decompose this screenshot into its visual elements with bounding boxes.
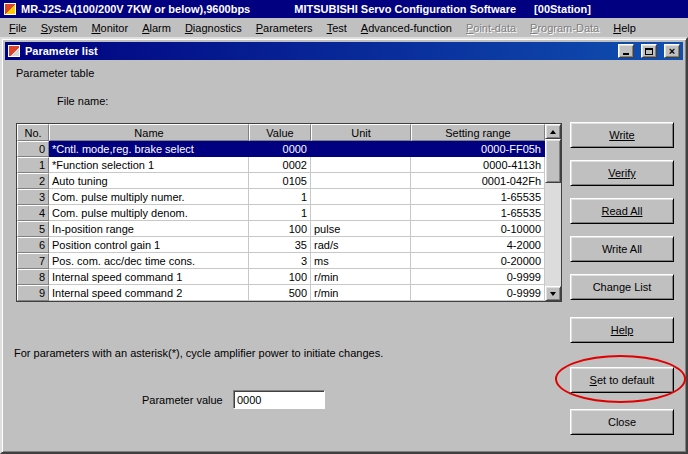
table-row[interactable]: 8Internal speed command 1100r/min0-9999 bbox=[17, 269, 545, 285]
cell-unit[interactable] bbox=[311, 189, 411, 205]
cell-range[interactable]: 0-9999 bbox=[411, 269, 545, 285]
cell-value[interactable]: 100 bbox=[249, 221, 311, 237]
cell-name[interactable]: Internal speed command 1 bbox=[49, 269, 249, 285]
table-row[interactable]: 4Com. pulse multiply denom.11-65535 bbox=[17, 205, 545, 221]
read-all-button[interactable]: Read All bbox=[570, 198, 674, 224]
cell-value[interactable]: 0105 bbox=[249, 173, 311, 189]
cell-range[interactable]: 0-20000 bbox=[411, 253, 545, 269]
column-header-value: Value bbox=[249, 124, 311, 141]
cell-range[interactable]: 0000-FF05h bbox=[411, 141, 545, 157]
close-icon: × bbox=[669, 46, 675, 56]
cell-name[interactable]: Com. pulse multiply denom. bbox=[49, 205, 249, 221]
parameter-value-input[interactable] bbox=[233, 390, 325, 409]
table-row[interactable]: 9Internal speed command 2500r/min0-9999 bbox=[17, 285, 545, 301]
minimize-button[interactable] bbox=[618, 44, 634, 58]
change-list-button[interactable]: Change List bbox=[570, 274, 674, 300]
cell-value[interactable]: 1 bbox=[249, 205, 311, 221]
cell-no: 7 bbox=[17, 253, 49, 269]
action-buttons: WriteVerifyRead AllWrite AllChange ListH… bbox=[570, 122, 674, 435]
table-row[interactable]: 2Auto tuning01050001-042Fh bbox=[17, 173, 545, 189]
close-window-button[interactable]: × bbox=[664, 44, 680, 58]
table-row[interactable]: 1*Function selection 100020000-4113h bbox=[17, 157, 545, 173]
menu-item-system[interactable]: System bbox=[34, 20, 85, 36]
cell-no: 5 bbox=[17, 221, 49, 237]
column-header-no: No. bbox=[17, 124, 49, 141]
table-row[interactable]: 0*Cntl. mode,reg. brake select00000000-F… bbox=[17, 141, 545, 157]
set-to-default-button[interactable]: Set to default bbox=[570, 367, 674, 393]
scroll-down-button[interactable] bbox=[545, 286, 561, 301]
cell-no: 9 bbox=[17, 285, 49, 301]
cell-value[interactable]: 500 bbox=[249, 285, 311, 301]
scrollbar-thumb[interactable] bbox=[545, 139, 561, 183]
cell-no: 1 bbox=[17, 157, 49, 173]
cell-value[interactable]: 1 bbox=[249, 189, 311, 205]
titlebar-station-text: [00Station] bbox=[534, 3, 591, 15]
cell-unit[interactable]: r/min bbox=[311, 285, 411, 301]
cell-range[interactable]: 0-10000 bbox=[411, 221, 545, 237]
menu-item-monitor[interactable]: Monitor bbox=[84, 20, 135, 36]
parameter-list-titlebar: Parameter list × bbox=[5, 42, 683, 60]
cell-name[interactable]: In-position range bbox=[49, 221, 249, 237]
table-row[interactable]: 6Position control gain 135rad/s4-2000 bbox=[17, 237, 545, 253]
app-icon bbox=[4, 3, 16, 15]
cell-name[interactable]: *Function selection 1 bbox=[49, 157, 249, 173]
cell-value[interactable]: 100 bbox=[249, 269, 311, 285]
minimize-icon bbox=[623, 53, 629, 55]
cell-range[interactable]: 1-65535 bbox=[411, 205, 545, 221]
cell-name[interactable]: Internal speed command 2 bbox=[49, 285, 249, 301]
table-scrollbar[interactable] bbox=[545, 124, 561, 301]
cell-range[interactable]: 0000-4113h bbox=[411, 157, 545, 173]
cell-no: 6 bbox=[17, 237, 49, 253]
scroll-up-button[interactable] bbox=[545, 124, 561, 139]
cell-range[interactable]: 1-65535 bbox=[411, 189, 545, 205]
cell-no: 0 bbox=[17, 141, 49, 157]
table-row[interactable]: 3Com. pulse multiply numer.11-65535 bbox=[17, 189, 545, 205]
cell-unit[interactable] bbox=[311, 173, 411, 189]
scrollbar-track[interactable] bbox=[545, 139, 561, 286]
table-row[interactable]: 7Pos. com. acc/dec time cons.3ms0-20000 bbox=[17, 253, 545, 269]
cell-name[interactable]: Auto tuning bbox=[49, 173, 249, 189]
menu-item-diagnostics[interactable]: Diagnostics bbox=[178, 20, 249, 36]
write-all-button[interactable]: Write All bbox=[570, 236, 674, 262]
cell-no: 2 bbox=[17, 173, 49, 189]
cell-unit[interactable] bbox=[311, 205, 411, 221]
menu-item-program-data: Program-Data bbox=[523, 20, 606, 36]
titlebar-device-text: MR-J2S-A(100/200V 7KW or below),9600bps bbox=[21, 3, 250, 15]
cell-value[interactable]: 0000 bbox=[249, 141, 311, 157]
cell-value[interactable]: 35 bbox=[249, 237, 311, 253]
menu-item-help[interactable]: Help bbox=[606, 20, 643, 36]
table-row[interactable]: 5In-position range100pulse0-10000 bbox=[17, 221, 545, 237]
cell-value[interactable]: 0002 bbox=[249, 157, 311, 173]
maximize-button[interactable] bbox=[641, 44, 657, 58]
table-body: 0*Cntl. mode,reg. brake select00000000-F… bbox=[17, 141, 545, 301]
help-button[interactable]: Help bbox=[570, 317, 674, 343]
cell-name[interactable]: Com. pulse multiply numer. bbox=[49, 189, 249, 205]
menu-item-parameters[interactable]: Parameters bbox=[249, 20, 320, 36]
column-header-unit: Unit bbox=[311, 124, 411, 141]
verify-button[interactable]: Verify bbox=[570, 160, 674, 186]
cell-name[interactable]: Position control gain 1 bbox=[49, 237, 249, 253]
menu-item-advanced-function[interactable]: Advanced-function bbox=[354, 20, 459, 36]
cell-value[interactable]: 3 bbox=[249, 253, 311, 269]
cell-unit[interactable] bbox=[311, 157, 411, 173]
write-button[interactable]: Write bbox=[570, 122, 674, 148]
titlebar-app-text: MITSUBISHI Servo Configuration Software bbox=[294, 3, 516, 15]
cell-unit[interactable]: ms bbox=[311, 253, 411, 269]
child-window-title: Parameter list bbox=[25, 45, 98, 57]
cell-unit[interactable]: pulse bbox=[311, 221, 411, 237]
menu-item-file[interactable]: File bbox=[2, 20, 34, 36]
cell-no: 4 bbox=[17, 205, 49, 221]
cell-name[interactable]: Pos. com. acc/dec time cons. bbox=[49, 253, 249, 269]
cell-name[interactable]: *Cntl. mode,reg. brake select bbox=[49, 141, 249, 157]
menu-item-test[interactable]: Test bbox=[320, 20, 354, 36]
menu-item-alarm[interactable]: Alarm bbox=[135, 20, 178, 36]
cell-unit[interactable]: rad/s bbox=[311, 237, 411, 253]
cell-range[interactable]: 0001-042Fh bbox=[411, 173, 545, 189]
close-button[interactable]: Close bbox=[570, 409, 674, 435]
cell-unit[interactable] bbox=[311, 141, 411, 157]
cell-unit[interactable]: r/min bbox=[311, 269, 411, 285]
parameter-table: No.NameValueUnitSetting range 0*Cntl. mo… bbox=[16, 123, 562, 302]
cell-range[interactable]: 4-2000 bbox=[411, 237, 545, 253]
main-titlebar: MR-J2S-A(100/200V 7KW or below),9600bps … bbox=[0, 0, 688, 18]
cell-range[interactable]: 0-9999 bbox=[411, 285, 545, 301]
